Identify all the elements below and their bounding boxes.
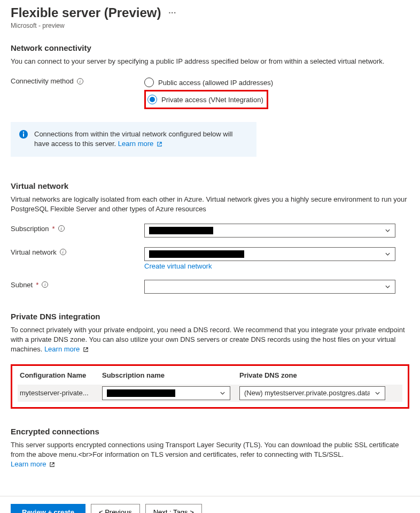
config-name-value: mytestserver-private... xyxy=(18,389,102,397)
redacted-value xyxy=(149,250,244,258)
redacted-value xyxy=(107,389,175,397)
virtual-network-select[interactable] xyxy=(144,247,395,261)
banner-learn-more-link[interactable]: Learn more xyxy=(118,140,162,148)
page-title: Flexible server (Preview) xyxy=(11,5,161,20)
subscription-label: Subscription xyxy=(11,225,49,233)
col-config-name: Configuration Name xyxy=(18,371,102,379)
required-indicator: * xyxy=(52,225,55,233)
page-subtitle: Microsoft - preview xyxy=(11,22,409,29)
svg-point-2 xyxy=(23,132,24,133)
info-icon[interactable]: i xyxy=(77,78,83,85)
chevron-down-icon xyxy=(385,251,391,257)
subnet-label: Subnet xyxy=(11,281,33,289)
vnet-label: Virtual network xyxy=(11,248,57,256)
network-desc: You can connect to your server by specif… xyxy=(11,57,409,66)
next-tags-button[interactable]: Next : Tags > xyxy=(145,504,202,513)
subscription-select[interactable] xyxy=(144,224,395,238)
section-encrypted-heading: Encrypted connections xyxy=(11,427,409,436)
chevron-down-icon xyxy=(375,390,380,396)
review-create-button[interactable]: Review + create xyxy=(11,504,85,513)
dns-subscription-select[interactable] xyxy=(102,386,230,400)
redacted-value xyxy=(149,227,213,234)
info-icon[interactable]: i xyxy=(60,249,66,255)
radio-public-label: Public access (allowed IP addresses) xyxy=(158,79,273,87)
previous-button[interactable]: < Previous xyxy=(91,504,140,513)
chevron-down-icon xyxy=(385,284,391,289)
dns-config-row: mytestserver-private... (New) mytestserv… xyxy=(18,385,402,402)
section-vnet-heading: Virtual network xyxy=(11,181,409,190)
subnet-select[interactable] xyxy=(144,280,395,294)
info-icon[interactable]: i xyxy=(58,225,65,232)
external-link-icon xyxy=(83,347,89,353)
encrypted-learn-more-link[interactable]: Learn more xyxy=(11,460,55,468)
radio-private-label: Private access (VNet Integration) xyxy=(161,96,263,104)
svg-rect-1 xyxy=(23,134,24,137)
info-icon xyxy=(19,130,28,139)
external-link-icon xyxy=(49,462,55,468)
encrypted-desc: This server supports encrypted connectio… xyxy=(11,441,399,458)
section-dns-heading: Private DNS integration xyxy=(11,312,409,321)
radio-icon xyxy=(147,95,157,104)
highlight-private-option: Private access (VNet Integration) xyxy=(144,90,268,109)
external-link-icon xyxy=(157,141,162,147)
dns-config-highlight: Configuration Name Subscription name Pri… xyxy=(11,364,409,409)
col-dns-zone: Private DNS zone xyxy=(239,371,402,379)
radio-icon xyxy=(144,78,154,87)
footer-bar: Review + create < Previous Next : Tags > xyxy=(0,496,420,513)
dns-zone-value: (New) mytestserver.private.postgres.data… xyxy=(244,389,370,397)
info-banner: Connections from within the virtual netw… xyxy=(11,122,256,156)
dns-zone-select[interactable]: (New) mytestserver.private.postgres.data… xyxy=(239,386,385,400)
required-indicator: * xyxy=(36,281,38,289)
vnet-desc: Virtual networks are logically isolated … xyxy=(11,195,409,214)
chevron-down-icon xyxy=(385,227,391,233)
section-network-heading: Network connectivity xyxy=(11,43,409,52)
radio-private-access[interactable]: Private access (VNet Integration) xyxy=(147,93,263,106)
radio-public-access[interactable]: Public access (allowed IP addresses) xyxy=(144,76,409,89)
create-vnet-link[interactable]: Create virtual network xyxy=(144,262,212,270)
more-menu-button[interactable]: ··· xyxy=(168,9,176,17)
connectivity-method-label: Connectivity method xyxy=(11,77,74,85)
info-icon[interactable]: i xyxy=(42,281,48,288)
chevron-down-icon xyxy=(220,390,225,396)
col-subscription-name: Subscription name xyxy=(102,371,239,379)
dns-learn-more-link[interactable]: Learn more xyxy=(44,345,89,353)
